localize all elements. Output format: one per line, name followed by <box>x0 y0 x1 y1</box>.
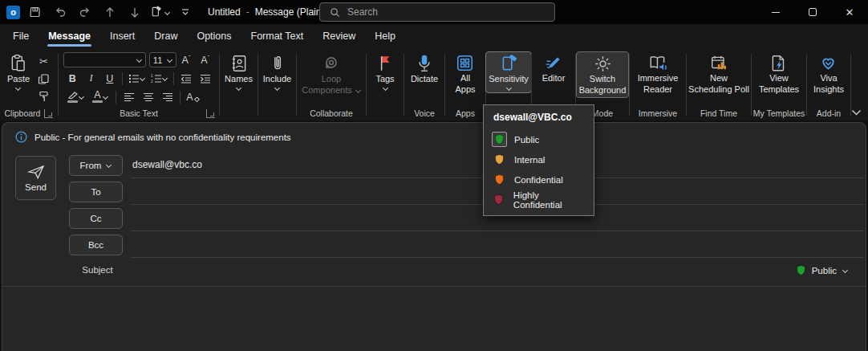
chevron-down-icon <box>136 57 142 63</box>
sensitivity-label: Sensitivity <box>489 74 529 84</box>
clear-formatting-button[interactable]: A <box>184 88 202 105</box>
tab-options[interactable]: Options <box>189 27 239 46</box>
ribbon: Paste ✂ Clipboard <box>0 47 868 120</box>
shrink-font-button[interactable]: Aˇ <box>196 51 214 68</box>
all-apps-button[interactable]: All Apps <box>452 51 477 96</box>
send-button[interactable]: Send <box>15 156 56 200</box>
to-label: To <box>91 187 100 197</box>
sensitivity-button[interactable]: Sensitivity <box>485 51 532 93</box>
copy-button[interactable] <box>34 71 53 88</box>
italic-button[interactable]: I <box>82 70 99 87</box>
underline-button[interactable]: U <box>101 70 119 87</box>
tab-file[interactable]: File <box>5 27 37 46</box>
basic-text-group-footer: Basic Text <box>59 106 219 120</box>
separator <box>122 72 123 85</box>
format-painter-icon <box>38 91 50 103</box>
menu-item-internal[interactable]: Internal <box>484 149 594 169</box>
align-center-button[interactable] <box>139 88 157 105</box>
close-icon: ✕ <box>846 6 854 18</box>
tab-help[interactable]: Help <box>367 27 404 46</box>
tab-draw[interactable]: Draw <box>146 27 185 46</box>
decrease-indent-icon <box>180 74 192 84</box>
viva-insights-label-2: Insights <box>813 84 844 95</box>
tab-message[interactable]: Message <box>40 27 99 46</box>
loop-components-button: Loop Components <box>299 51 363 97</box>
names-button[interactable]: Names <box>222 51 255 92</box>
grow-font-button[interactable]: Aˆ <box>177 51 196 68</box>
align-right-button[interactable] <box>158 88 176 105</box>
bcc-button[interactable]: Bcc <box>69 235 123 255</box>
minimize-button[interactable] <box>757 0 794 24</box>
clipboard-group-footer: Clipboard <box>0 106 58 120</box>
message-body[interactable] <box>2 288 866 351</box>
search-input[interactable]: Search <box>319 2 555 22</box>
increase-indent-button[interactable] <box>197 70 214 87</box>
group-tags: Tags <box>367 47 404 120</box>
undo-icon[interactable] <box>51 2 70 22</box>
clipboard-dialog-launcher-icon[interactable] <box>44 109 53 118</box>
maximize-button[interactable] <box>794 0 831 24</box>
sensitivity-quick-access-button[interactable] <box>150 6 170 18</box>
shield-icon <box>493 194 504 206</box>
tab-review[interactable]: Review <box>314 27 363 46</box>
group-separator <box>850 54 851 116</box>
switch-background-label-2: Background <box>579 85 627 96</box>
from-label: From <box>80 161 102 170</box>
align-left-button[interactable] <box>120 88 138 105</box>
tab-format-text[interactable]: Format Text <box>243 27 312 46</box>
customize-quick-access-toolbar-icon[interactable] <box>176 2 195 22</box>
paste-label: Paste <box>7 74 30 84</box>
viva-insights-button[interactable]: Viva Insights <box>811 51 846 96</box>
chevron-down-icon <box>274 85 280 91</box>
sensitivity-badge[interactable]: Public <box>796 264 848 276</box>
from-button[interactable]: From <box>69 155 123 176</box>
bullets-button[interactable] <box>126 70 148 87</box>
text-highlight-button[interactable] <box>63 88 87 105</box>
redo-icon[interactable] <box>75 2 95 22</box>
numbering-button[interactable]: 12 <box>148 70 170 87</box>
tab-insert[interactable]: Insert <box>102 27 143 46</box>
cc-button[interactable]: Cc <box>69 208 123 229</box>
menu-item-confidential[interactable]: Confidential <box>484 169 594 190</box>
apps-grid-icon <box>456 54 474 72</box>
to-button[interactable]: To <box>69 182 123 202</box>
new-scheduling-poll-button[interactable]: New Scheduling Poll <box>686 51 752 96</box>
font-color-icon: A <box>92 91 103 103</box>
switch-background-button[interactable]: Switch Background <box>576 51 630 98</box>
sun-icon <box>594 55 612 73</box>
font-name-select[interactable] <box>63 52 146 67</box>
menu-item-public[interactable]: Public <box>484 129 594 149</box>
close-button[interactable]: ✕ <box>831 0 868 24</box>
tags-button[interactable]: Tags <box>373 51 396 92</box>
cut-button[interactable]: ✂ <box>34 53 53 70</box>
bcc-field[interactable] <box>131 231 864 258</box>
loop-components-label-2: Components <box>302 85 351 96</box>
bold-button[interactable]: B <box>63 70 81 87</box>
font-size-select[interactable]: 11 <box>149 52 176 67</box>
editor-button[interactable]: Editor <box>540 51 568 85</box>
addin-group-label: Add-in <box>817 108 841 118</box>
format-painter-button[interactable] <box>34 88 53 105</box>
move-up-icon[interactable] <box>100 2 120 22</box>
font-color-button[interactable]: A <box>88 88 112 105</box>
view-templates-button[interactable]: View Templates <box>756 51 801 96</box>
basic-text-dialog-launcher-icon[interactable] <box>206 109 215 118</box>
menu-item-highly-confidential[interactable]: Highly Confidential <box>484 190 594 210</box>
include-button[interactable]: Include <box>261 51 294 92</box>
group-immersive: Immersive Reader Immersive <box>630 47 686 120</box>
immersive-reader-button[interactable]: Immersive Reader <box>635 51 681 96</box>
subject-row[interactable]: Subject Public <box>2 258 866 287</box>
move-down-icon[interactable] <box>125 2 144 22</box>
loop-components-label-1: Loop <box>322 74 341 84</box>
dictate-button[interactable]: Dictate <box>408 51 440 86</box>
viva-insights-label-1: Viva <box>820 73 837 84</box>
decrease-indent-button[interactable] <box>177 70 195 87</box>
numbered-list-icon: 12 <box>151 74 162 84</box>
save-icon[interactable] <box>26 2 45 22</box>
paste-button[interactable]: Paste <box>5 51 32 92</box>
paste-icon <box>10 54 27 73</box>
immersive-reader-label-1: Immersive <box>638 73 679 84</box>
collapse-ribbon-button[interactable] <box>851 109 862 116</box>
sensitivity-badge-label: Public <box>812 266 837 275</box>
group-include: Include <box>258 47 296 120</box>
